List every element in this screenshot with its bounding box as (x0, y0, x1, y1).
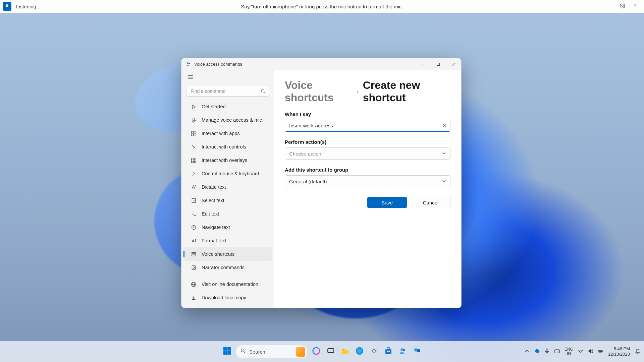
breadcrumb-current: Create new shortcut (363, 79, 450, 104)
command-search-input[interactable] (186, 86, 269, 97)
sidebar-item-voice-shortcuts[interactable]: Voice shortcuts (183, 247, 272, 261)
bell-icon (635, 349, 640, 355)
taskbar-app-feedback[interactable] (411, 346, 423, 358)
dropdown-value: General (default) (289, 179, 327, 184)
voice-settings-button[interactable] (619, 3, 626, 10)
cancel-button[interactable]: Cancel (411, 197, 450, 208)
sidebar-item-label: Narrator commands (202, 265, 245, 270)
tray-battery[interactable] (598, 349, 603, 355)
sidebar-item-manage-voice-access-mic[interactable]: Manage voice access & mic (183, 113, 272, 127)
search-icon (240, 348, 246, 355)
svg-rect-5 (437, 63, 439, 65)
taskbar-app-voiceaccess[interactable] (397, 346, 409, 358)
taskbar-app-store[interactable] (382, 346, 394, 358)
sidebar-item-interact-with-apps[interactable]: Interact with apps (183, 127, 272, 140)
language-indicator[interactable]: ENG IN (565, 347, 573, 356)
voice-access-bar: Listening... Say "turn off microphone" o… (0, 0, 644, 13)
svg-point-0 (622, 5, 624, 7)
clock[interactable]: 5:48 PM 12/13/2023 (608, 346, 630, 357)
taskbar-search-placeholder: Search (249, 349, 265, 355)
voice-help-button[interactable] (632, 3, 639, 10)
nav-icon (190, 117, 197, 123)
svg-rect-48 (328, 349, 334, 353)
chevron-up-icon (524, 349, 530, 355)
svg-rect-61 (555, 350, 559, 353)
tray-input-indicator[interactable] (554, 349, 560, 355)
notifications-button[interactable] (635, 349, 641, 355)
chevron-down-icon (442, 150, 446, 157)
svg-point-59 (417, 349, 420, 352)
close-button[interactable] (446, 58, 461, 70)
sidebar-item-navigate-text[interactable]: Navigate text (183, 221, 272, 234)
maximize-button[interactable] (430, 58, 446, 70)
taskbar: Search ENG IN 5:48 PM 12/13/2023 (0, 341, 644, 362)
svg-marker-13 (193, 105, 196, 108)
gear-icon (620, 3, 626, 10)
chevron-right-icon: › (357, 88, 359, 96)
svg-rect-53 (385, 349, 391, 354)
sidebar-item-get-started[interactable]: Get started (183, 100, 272, 113)
svg-rect-40 (223, 347, 227, 351)
tray-onedrive[interactable] (534, 349, 540, 355)
wifi-icon (578, 349, 583, 355)
perform-actions-label: Perform action(s) (285, 139, 450, 145)
sidebar-item-narrator-commands[interactable]: Narrator commands (183, 261, 272, 274)
sidebar-item-label: Manage voice access & mic (202, 117, 262, 123)
taskview-icon (326, 347, 335, 357)
taskbar-app-taskview[interactable] (325, 346, 336, 358)
svg-rect-49 (327, 350, 328, 352)
taskbar-app-explorer[interactable] (339, 346, 351, 358)
svg-point-2 (187, 62, 189, 64)
taskbar-app-settings[interactable] (368, 346, 380, 358)
voice-status-text: Listening... (16, 4, 41, 9)
svg-point-63 (580, 353, 581, 353)
tray-wifi[interactable] (578, 349, 583, 355)
sidebar-item-dictate-text[interactable]: Dictate text (183, 180, 272, 194)
clear-input-button[interactable] (442, 123, 447, 128)
tray-microphone[interactable] (544, 349, 550, 355)
cloud-icon (534, 349, 540, 355)
sidebar-item-visit-online-documentation[interactable]: Visit online documentation (183, 278, 272, 291)
nav-icon (190, 237, 197, 244)
sidebar-item-control-mouse-keyboard[interactable]: Control mouse & keyboard (183, 167, 272, 180)
microphone-toggle-button[interactable] (3, 2, 11, 11)
microphone-icon (544, 349, 550, 355)
minimize-button[interactable] (415, 58, 430, 70)
svg-point-56 (400, 348, 403, 351)
sidebar-item-format-text[interactable]: Format text (183, 234, 272, 247)
sidebar-item-label: Download local copy (202, 295, 246, 300)
sidebar-item-label: Interact with overlays (202, 158, 247, 163)
app-icon (185, 61, 192, 67)
sidebar-item-select-text[interactable]: Select text (183, 194, 272, 207)
taskbar-app-copilot[interactable] (310, 346, 322, 358)
sidebar-item-label: Visit online documentation (202, 282, 258, 287)
search-highlight-icon (296, 347, 305, 357)
sidebar-item-interact-with-controls[interactable]: Interact with controls (183, 140, 272, 154)
group-dropdown[interactable]: General (default) (285, 175, 450, 187)
nav-toggle-button[interactable] (184, 72, 197, 83)
save-button[interactable]: Save (367, 197, 407, 208)
window-titlebar[interactable]: Voice access commands (181, 58, 461, 70)
tray-volume[interactable] (588, 349, 593, 355)
sidebar: Get startedManage voice access & micInte… (181, 70, 274, 308)
sidebar-item-label: Get started (202, 104, 226, 109)
taskbar-app-edge[interactable] (354, 346, 365, 358)
nav-icon (190, 281, 197, 288)
taskbar-search[interactable]: Search (235, 345, 308, 358)
breadcrumb-parent[interactable]: Voice shortcuts (285, 79, 353, 104)
nav-icon (190, 103, 197, 110)
sidebar-item-edit-text[interactable]: Edit text (183, 207, 272, 221)
edge-icon (355, 347, 364, 357)
start-button[interactable] (221, 346, 233, 358)
dropdown-value: Choose action (289, 151, 321, 157)
sidebar-item-download-local-copy[interactable]: Download local copy (183, 291, 272, 304)
window-title: Voice access commands (194, 62, 242, 67)
svg-rect-29 (192, 252, 196, 253)
phrase-input[interactable] (285, 120, 450, 132)
sidebar-item-interact-with-overlays[interactable]: Interact with overlays (183, 154, 272, 167)
choose-action-dropdown[interactable]: Choose action (285, 147, 450, 160)
tray-overflow-button[interactable] (524, 349, 530, 355)
chevron-down-icon (442, 178, 446, 184)
copilot-icon (312, 347, 321, 357)
svg-rect-14 (193, 118, 194, 121)
